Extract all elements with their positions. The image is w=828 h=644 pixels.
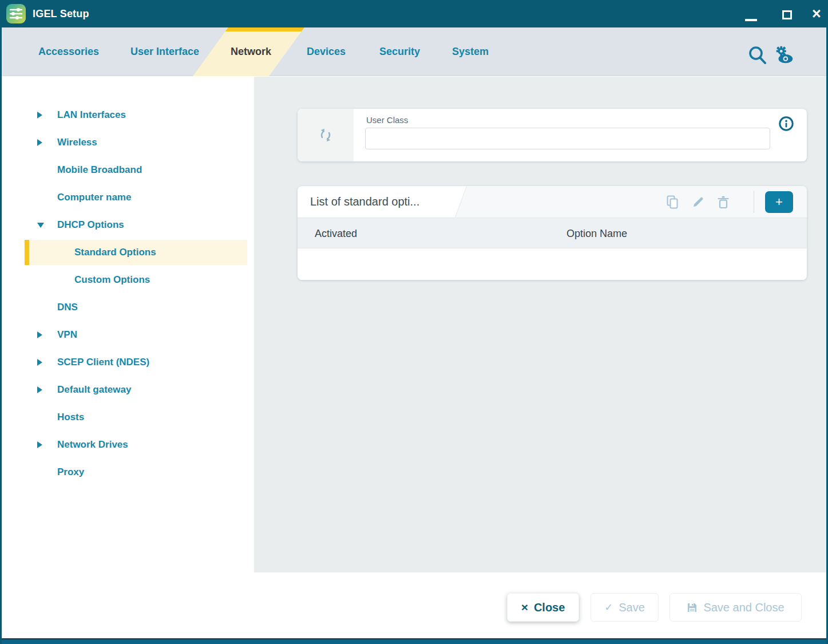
tab-system[interactable]: System bbox=[452, 27, 489, 76]
chevron-right-icon[interactable] bbox=[37, 139, 57, 146]
reset-parameter-button[interactable] bbox=[298, 109, 354, 161]
check-icon: ✓ bbox=[604, 601, 613, 614]
user-class-label: User Class bbox=[366, 115, 408, 125]
chevron-right-icon[interactable] bbox=[37, 112, 57, 118]
tree-label: VPN bbox=[57, 329, 77, 341]
igel-logo-icon bbox=[6, 4, 26, 23]
delete-icon[interactable] bbox=[716, 195, 730, 209]
settings-eye-icon[interactable] bbox=[773, 45, 795, 66]
chevron-right-icon[interactable] bbox=[37, 359, 57, 366]
sidebar-item-scep-client[interactable]: SCEP Client (NDES) bbox=[2, 349, 254, 376]
tree-label: SCEP Client (NDES) bbox=[57, 357, 149, 368]
tree-label: Computer name bbox=[57, 192, 131, 203]
edit-icon[interactable] bbox=[691, 195, 705, 209]
tree-label: Standard Options bbox=[74, 247, 156, 258]
tab-devices[interactable]: Devices bbox=[307, 27, 346, 76]
tree-label: Hosts bbox=[57, 412, 84, 423]
info-icon[interactable] bbox=[778, 116, 794, 132]
sidebar-item-standard-options[interactable]: Standard Options bbox=[2, 239, 254, 266]
copy-icon[interactable] bbox=[665, 195, 679, 209]
tree-label: Mobile Broadband bbox=[57, 164, 142, 176]
column-header-option-name: Option Name bbox=[566, 218, 627, 249]
chevron-right-icon[interactable] bbox=[37, 331, 57, 338]
tab-label: System bbox=[452, 46, 489, 58]
tab-label: User Interface bbox=[130, 46, 199, 58]
plus-icon: + bbox=[775, 195, 783, 209]
floppy-disk-icon bbox=[687, 602, 698, 613]
close-button-label: Close bbox=[534, 601, 565, 614]
chevron-down-icon[interactable] bbox=[37, 223, 57, 228]
standard-options-card: List of standard opti... + bbox=[298, 186, 807, 280]
tree-label: Proxy bbox=[57, 467, 84, 478]
chevron-right-icon[interactable] bbox=[37, 441, 57, 448]
refresh-icon bbox=[317, 127, 334, 144]
tab-bar: Accessories User Interface Network Devic… bbox=[2, 27, 826, 76]
save-button[interactable]: ✓ Save bbox=[591, 593, 659, 622]
user-class-card: User Class bbox=[298, 109, 807, 161]
close-window-button[interactable]: × bbox=[805, 0, 828, 27]
sidebar-item-vpn[interactable]: VPN bbox=[2, 321, 254, 349]
tab-label: Accessories bbox=[38, 46, 99, 58]
sidebar-item-mobile-broadband[interactable]: Mobile Broadband bbox=[2, 156, 254, 184]
list-title: List of standard opti... bbox=[310, 186, 419, 218]
sidebar-item-lan-interfaces[interactable]: LAN Interfaces bbox=[2, 101, 254, 129]
tab-label: Network bbox=[231, 46, 271, 58]
close-icon: × bbox=[805, 0, 828, 27]
sidebar-tree: LAN Interfaces Wireless Mobile Broadband… bbox=[2, 77, 254, 638]
list-header: List of standard opti... + bbox=[298, 186, 807, 218]
tab-user-interface[interactable]: User Interface bbox=[130, 27, 199, 76]
sidebar-item-hosts[interactable]: Hosts bbox=[2, 404, 254, 431]
main-content: User Class List of standard opti... bbox=[254, 77, 828, 572]
search-icon[interactable] bbox=[747, 45, 768, 66]
add-option-button[interactable]: + bbox=[765, 191, 793, 213]
tab-accessories[interactable]: Accessories bbox=[38, 27, 99, 76]
header-divider bbox=[754, 191, 754, 213]
sidebar-item-network-drives[interactable]: Network Drives bbox=[2, 431, 254, 459]
sidebar-item-default-gateway[interactable]: Default gateway bbox=[2, 376, 254, 404]
close-button[interactable]: × Close bbox=[507, 593, 579, 622]
tab-label: Devices bbox=[307, 46, 346, 58]
maximize-button[interactable] bbox=[775, 0, 798, 27]
tree-label: Wireless bbox=[57, 137, 97, 148]
save-and-close-button-label: Save and Close bbox=[703, 601, 784, 614]
tree-label: Custom Options bbox=[74, 274, 150, 286]
tree-label: Network Drives bbox=[57, 439, 128, 451]
options-table-empty-body bbox=[298, 249, 807, 280]
maximize-icon bbox=[782, 10, 792, 19]
user-class-input[interactable] bbox=[365, 128, 770, 149]
options-table-header: Activated Option Name bbox=[298, 218, 807, 248]
close-x-icon: × bbox=[521, 600, 528, 614]
sidebar-item-dhcp-options[interactable]: DHCP Options bbox=[2, 211, 254, 239]
tree-label: DNS bbox=[57, 302, 78, 313]
sidebar-item-dns[interactable]: DNS bbox=[2, 294, 254, 321]
sidebar-item-wireless[interactable]: Wireless bbox=[2, 129, 254, 156]
tree-label: Default gateway bbox=[57, 384, 131, 396]
save-and-close-button[interactable]: Save and Close bbox=[669, 593, 802, 622]
footer-bar: × Close ✓ Save Save and Close bbox=[2, 572, 826, 638]
minimize-button[interactable] bbox=[739, 0, 762, 27]
window-title: IGEL Setup bbox=[33, 0, 89, 27]
title-bar: IGEL Setup × bbox=[0, 0, 828, 27]
column-header-activated: Activated bbox=[315, 218, 357, 249]
tab-label: Security bbox=[379, 46, 420, 58]
tab-security[interactable]: Security bbox=[379, 27, 420, 76]
sidebar-item-proxy[interactable]: Proxy bbox=[2, 459, 254, 486]
tree-label: LAN Interfaces bbox=[57, 109, 126, 121]
tree-label: DHCP Options bbox=[57, 219, 124, 231]
sidebar-item-computer-name[interactable]: Computer name bbox=[2, 184, 254, 211]
tab-network[interactable]: Network bbox=[231, 27, 271, 76]
window-bottom-border bbox=[0, 638, 828, 644]
minimize-icon bbox=[745, 19, 757, 21]
save-button-label: Save bbox=[619, 601, 645, 614]
sidebar-item-custom-options[interactable]: Custom Options bbox=[2, 266, 254, 294]
igel-setup-window: IGEL Setup × Accessories User Interface … bbox=[0, 0, 828, 644]
chevron-right-icon[interactable] bbox=[37, 386, 57, 393]
